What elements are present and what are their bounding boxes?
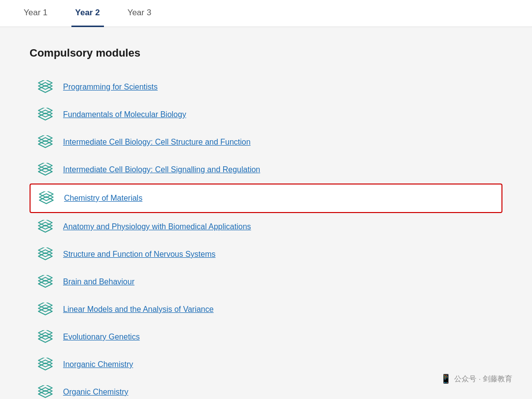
module-item[interactable]: Evolutionary Genetics [30, 323, 502, 351]
stack-icon [37, 330, 53, 344]
stack-icon [37, 303, 53, 316]
stack-icon [37, 163, 53, 177]
module-link[interactable]: Fundamentals of Molecular Biology [63, 110, 186, 119]
module-link[interactable]: Chemistry of Materials [64, 194, 142, 203]
module-item[interactable]: Anatomy and Physiology with Biomedical A… [30, 213, 502, 241]
module-item[interactable]: Organic Chemistry [30, 378, 502, 399]
module-link[interactable]: Intermediate Cell Biology: Cell Structur… [63, 138, 251, 147]
module-item[interactable]: Programming for Scientists [30, 73, 502, 101]
stack-icon [37, 358, 53, 371]
module-link[interactable]: Evolutionary Genetics [63, 333, 140, 341]
stack-icon [37, 220, 53, 234]
tab-year1[interactable]: Year 1 [20, 0, 52, 27]
module-link[interactable]: Intermediate Cell Biology: Cell Signalli… [63, 165, 260, 174]
module-link[interactable]: Structure and Function of Nervous System… [63, 250, 215, 259]
stack-icon [37, 385, 53, 399]
tab-year3[interactable]: Year 3 [124, 0, 156, 27]
module-list: Programming for Scientists Fundamentals … [30, 73, 502, 399]
module-item[interactable]: Inorganic Chemistry [30, 351, 502, 378]
content-area: Compulsory modules Programming for Scien… [0, 27, 532, 399]
module-item[interactable]: Intermediate Cell Biology: Cell Signalli… [30, 156, 502, 184]
module-item[interactable]: Structure and Function of Nervous System… [30, 241, 502, 268]
module-item[interactable]: Intermediate Cell Biology: Cell Structur… [30, 128, 502, 156]
watermark: 📱 公众号 · 剑藤教育 [440, 373, 512, 384]
stack-icon [37, 80, 53, 94]
module-link[interactable]: Inorganic Chemistry [63, 360, 133, 369]
module-link[interactable]: Organic Chemistry [63, 388, 128, 397]
stack-icon [37, 135, 53, 149]
module-link[interactable]: Programming for Scientists [63, 83, 158, 92]
module-item[interactable]: Linear Models and the Analysis of Varian… [30, 296, 502, 323]
module-link[interactable]: Anatomy and Physiology with Biomedical A… [63, 222, 251, 231]
tab-year2[interactable]: Year 2 [71, 0, 104, 27]
watermark-text: 公众号 · 剑藤教育 [454, 374, 512, 384]
stack-icon [37, 275, 53, 289]
module-item[interactable]: Fundamentals of Molecular Biology [30, 101, 502, 128]
stack-icon [37, 108, 53, 122]
module-item[interactable]: Chemistry of Materials [30, 184, 502, 213]
section-title: Compulsory modules [30, 47, 502, 60]
module-link[interactable]: Brain and Behaviour [63, 277, 134, 286]
module-link[interactable]: Linear Models and the Analysis of Varian… [63, 305, 214, 314]
stack-icon [38, 191, 54, 205]
watermark-icon: 📱 [440, 373, 451, 384]
module-item[interactable]: Brain and Behaviour [30, 268, 502, 296]
stack-icon [37, 247, 53, 261]
tabs-container: Year 1 Year 2 Year 3 [0, 0, 532, 27]
